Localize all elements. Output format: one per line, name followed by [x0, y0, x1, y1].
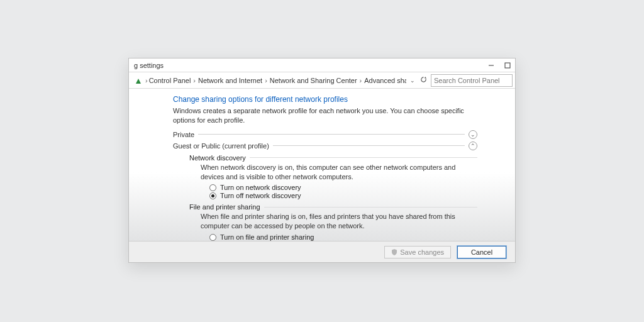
subsection-label: File and printer sharing	[189, 203, 260, 211]
subsection-description: When file and printer sharing is on, fil…	[201, 212, 477, 231]
section-guest-public[interactable]: Guest or Public (current profile) ⌃	[173, 142, 477, 150]
radio-label: Turn on network discovery	[220, 184, 301, 191]
subsection-label: Network discovery	[189, 154, 246, 162]
radio-label: Turn off network discovery	[220, 192, 301, 199]
radio-network-discovery-off[interactable]: Turn off network discovery	[209, 192, 477, 199]
radio-icon	[209, 192, 216, 199]
radio-file-printer-on[interactable]: Turn on file and printer sharing	[209, 233, 477, 241]
chevron-up-icon[interactable]: ⌃	[469, 142, 477, 150]
breadcrumb-item[interactable]: Advanced sharing settings	[364, 77, 406, 84]
minimize-button[interactable]	[487, 62, 495, 69]
dropdown-icon[interactable]: ⌄	[410, 77, 415, 84]
divider	[198, 134, 465, 135]
radio-label: Turn on file and printer sharing	[220, 233, 314, 241]
svg-marker-3	[425, 77, 426, 79]
subsection-description: When network discovery is on, this compu…	[201, 163, 477, 182]
subsection-network-discovery: Network discovery	[189, 154, 477, 162]
breadcrumb-item[interactable]: Control Panel	[149, 77, 191, 84]
chevron-right-icon: ›	[360, 77, 362, 84]
radio-network-discovery-on[interactable]: Turn on network discovery	[209, 184, 477, 191]
svg-marker-2	[136, 79, 141, 84]
chevron-right-icon: ›	[265, 77, 267, 84]
subsection-file-printer-sharing: File and printer sharing	[189, 203, 477, 211]
nav-icon[interactable]	[134, 76, 143, 85]
address-bar: › Control Panel › Network and Internet ›…	[129, 72, 515, 89]
window-title: g settings	[134, 62, 164, 69]
section-private[interactable]: Private ⌄	[173, 130, 477, 139]
shield-icon	[391, 249, 397, 255]
search-input[interactable]	[431, 74, 513, 87]
radio-icon	[209, 184, 216, 191]
divider	[250, 157, 477, 158]
radio-icon	[209, 234, 216, 241]
breadcrumb-item[interactable]: Network and Sharing Center	[270, 77, 357, 84]
chevron-down-icon[interactable]: ⌄	[469, 130, 477, 139]
cancel-button[interactable]: Cancel	[457, 246, 506, 258]
page-title: Change sharing options for different net…	[173, 95, 477, 104]
button-bar: Save changes Cancel	[129, 241, 515, 262]
control-panel-window: g settings › Control Panel › Network and…	[128, 58, 516, 263]
divider	[273, 145, 465, 146]
divider	[264, 207, 477, 208]
maximize-button[interactable]	[504, 62, 511, 69]
breadcrumb-item[interactable]: Network and Internet	[198, 77, 262, 84]
titlebar: g settings	[129, 58, 515, 72]
chevron-right-icon: ›	[193, 77, 196, 84]
section-label: Private	[173, 131, 194, 138]
button-label: Cancel	[471, 248, 492, 256]
page-description: Windows creates a separate network profi…	[173, 106, 477, 125]
breadcrumb: Control Panel › Network and Internet › N…	[148, 77, 406, 84]
save-changes-button[interactable]: Save changes	[384, 246, 451, 258]
content-area: Change sharing options for different net…	[129, 89, 515, 241]
refresh-icon[interactable]	[420, 76, 427, 84]
svg-rect-1	[505, 63, 510, 68]
section-label: Guest or Public (current profile)	[173, 142, 269, 150]
button-label: Save changes	[400, 248, 444, 256]
